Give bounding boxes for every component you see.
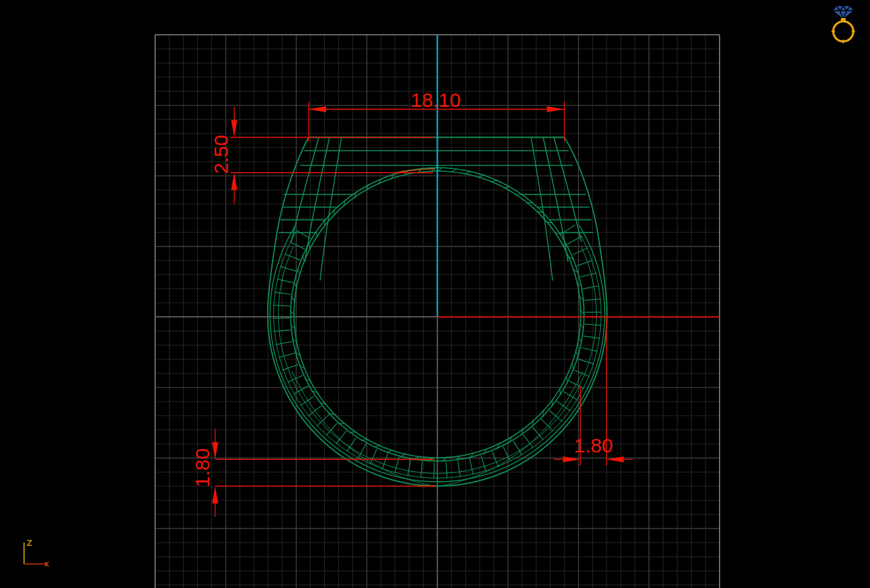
dimension-top-width: 18.10 bbox=[410, 90, 460, 110]
dimension-bezel-height: 2.50 bbox=[211, 135, 231, 174]
diamond-icon bbox=[833, 6, 853, 19]
ring-icon bbox=[832, 18, 855, 43]
ring-diamond-logo bbox=[826, 4, 861, 45]
cad-viewport-canvas[interactable] bbox=[0, 0, 870, 588]
axis-gizmo-x-label: x bbox=[44, 559, 49, 568]
axis-gizmo-lines bbox=[0, 0, 74, 588]
dimension-shank-width: 1.80 bbox=[574, 436, 613, 456]
cad-viewport[interactable]: 18.10 2.50 1.80 1.80 Z x bbox=[0, 0, 870, 588]
axis-gizmo-z-label: Z bbox=[27, 539, 32, 547]
dimension-shank-thickness: 1.80 bbox=[192, 448, 212, 487]
